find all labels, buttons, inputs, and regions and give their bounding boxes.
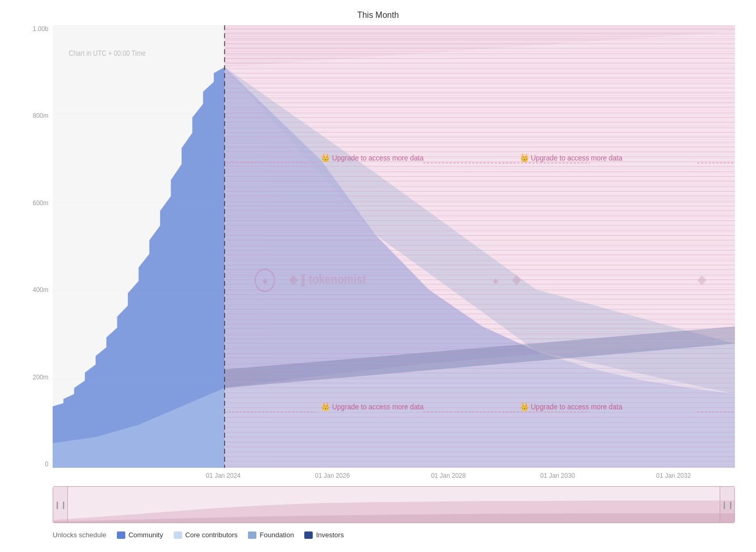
chart-container: This Month 1.00b 800m 600m 400m 200m 0 xyxy=(21,11,735,541)
svg-text:◈: ◈ xyxy=(493,276,499,285)
legend-swatch-investors xyxy=(304,531,313,539)
svg-text:◈: ◈ xyxy=(262,276,268,285)
watermark-right: ◈ xyxy=(493,276,499,285)
legend-prefix: Unlocks schedule xyxy=(53,531,106,539)
x-label-0: 01 Jan 2024 xyxy=(206,472,241,479)
chart-svg-wrapper: /* generated by JS below */ Chart in UTC… xyxy=(53,25,735,468)
svg-text:👑  Upgrade to access more dat: 👑 Upgrade to access more data xyxy=(520,153,622,163)
y-axis-label-3: 400m xyxy=(33,286,48,294)
minimap-wrapper: ❙❙ ❙❙ xyxy=(21,484,735,523)
svg-text:👑  Upgrade to access more dat: 👑 Upgrade to access more data xyxy=(321,402,423,412)
watermark-text-right: ◈ xyxy=(512,272,521,286)
minimap[interactable]: ❙❙ ❙❙ xyxy=(53,486,735,523)
legend-text-foundation: Foundation xyxy=(260,531,294,539)
x-label-3: 01 Jan 2030 xyxy=(540,472,575,479)
svg-text:👑  Upgrade to access more dat: 👑 Upgrade to access more data xyxy=(321,153,423,163)
legend-item-investors: Investors xyxy=(304,531,344,539)
minimap-handle-left[interactable]: ❙❙ xyxy=(53,487,68,523)
minimap-handle-right[interactable]: ❙❙ xyxy=(720,487,734,523)
future-area: /* generated by JS below */ xyxy=(225,25,735,468)
legend-item-core: Core contributors xyxy=(174,531,238,539)
handle-right-icon: ❙❙ xyxy=(721,500,734,509)
legend-item-foundation: Foundation xyxy=(248,531,294,539)
x-label-4: 01 Jan 2032 xyxy=(656,472,691,479)
legend-swatch-community xyxy=(117,531,125,539)
legend-text-community: Community xyxy=(128,531,163,539)
chart-svg: /* generated by JS below */ Chart in UTC… xyxy=(53,25,735,468)
upgrade-overlay xyxy=(225,25,735,468)
x-axis: 01 Jan 2024 01 Jan 2026 01 Jan 2028 01 J… xyxy=(53,468,735,484)
legend-container: Unlocks schedule Community Core contribu… xyxy=(21,523,735,541)
legend-swatch-core xyxy=(174,531,182,539)
y-axis: 1.00b 800m 600m 400m 200m 0 xyxy=(21,25,53,484)
y-axis-label-2: 600m xyxy=(33,199,48,207)
x-label-2: 01 Jan 2028 xyxy=(431,472,466,479)
legend-text-investors: Investors xyxy=(316,531,344,539)
minimap-svg xyxy=(53,487,734,523)
handle-left-icon: ❙❙ xyxy=(54,500,67,509)
legend-text-core: Core contributors xyxy=(185,531,238,539)
y-axis-label-1: 800m xyxy=(33,112,48,119)
watermark-text-far-right: ◈ xyxy=(697,272,707,286)
y-axis-label-5: 0 xyxy=(45,460,48,468)
legend-swatch-foundation xyxy=(248,531,256,539)
y-axis-label-0: 1.00b xyxy=(33,25,48,33)
chart-title: This Month xyxy=(21,11,735,20)
x-label-1: 01 Jan 2026 xyxy=(315,472,350,479)
utc-label: Chart in UTC + 00:00 Time xyxy=(69,49,146,58)
chart-area: 1.00b 800m 600m 400m 200m 0 xyxy=(21,25,735,484)
y-axis-label-4: 200m xyxy=(33,374,48,381)
legend-item-community: Community xyxy=(117,531,163,539)
watermark-text-left: ◈ ‖ tokenomist xyxy=(289,272,366,286)
svg-text:👑  Upgrade to access more dat: 👑 Upgrade to access more data xyxy=(520,402,622,412)
chart-main: /* generated by JS below */ Chart in UTC… xyxy=(53,25,735,484)
